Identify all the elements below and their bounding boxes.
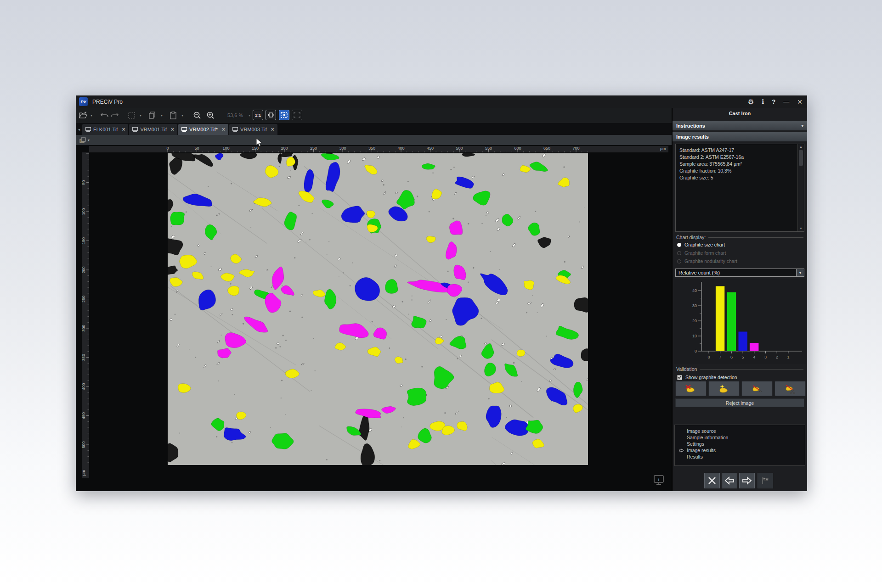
svg-text:250: 250: [310, 146, 317, 151]
radio-icon[interactable]: [677, 243, 681, 247]
radio-graphite-nodularity-chart: Graphite nodularity chart: [677, 258, 737, 264]
current-step-arrow-icon: [679, 448, 684, 453]
open-file-icon[interactable]: [78, 110, 88, 120]
show-graphite-detection-checkbox[interactable]: Show graphite detection: [677, 375, 737, 380]
redo-icon[interactable]: [110, 110, 119, 120]
paste-icon[interactable]: [169, 110, 178, 120]
back-button[interactable]: [722, 473, 737, 488]
tab-close-icon[interactable]: ×: [222, 127, 225, 132]
open-file-chevron-icon[interactable]: ▾: [89, 110, 94, 120]
info-icon[interactable]: i: [762, 98, 764, 105]
workflow-step-label: Sample information: [687, 435, 728, 440]
scroll-up-icon[interactable]: ▲: [798, 144, 804, 150]
zoom-level-chevron-icon[interactable]: ▾: [247, 110, 252, 120]
delete-graphite-button[interactable]: [675, 381, 707, 396]
selection-tool-icon[interactable]: [127, 110, 136, 120]
radio-icon: [677, 251, 681, 255]
results-scrollbar[interactable]: ▲ ▼: [797, 144, 804, 231]
instructions-section-header[interactable]: Instructions ▾: [673, 121, 807, 130]
tab-close-icon[interactable]: ×: [271, 127, 274, 132]
svg-text:500: 500: [456, 146, 463, 151]
result-line: Sample area: 375565,84 µm²: [679, 161, 795, 168]
workflow-step-image-source[interactable]: Image source: [675, 428, 805, 434]
svg-text:40: 40: [692, 288, 697, 293]
layers-icon[interactable]: ▾: [79, 137, 90, 143]
workflow-step-image-results[interactable]: Image results: [675, 447, 805, 454]
copy-chevron-icon[interactable]: ▾: [159, 110, 164, 120]
document-tab-bar: ◂ FLK001.Tif×VRM001.Tif×VRM002.Tif*×VRM0…: [76, 123, 672, 135]
result-line: Standard: ASTM A247-17: [679, 147, 795, 154]
fit-to-screen-button[interactable]: [279, 110, 289, 120]
horizontal-ruler: 0501001502002503003504004505005506006507…: [89, 146, 668, 152]
svg-text:300: 300: [82, 325, 86, 331]
svg-text:150: 150: [82, 237, 86, 244]
workflow-step-results[interactable]: Results: [675, 454, 805, 460]
cut-graphite-button[interactable]: [775, 381, 806, 396]
workflow-step-settings[interactable]: Settings: [675, 441, 805, 447]
svg-text:100: 100: [82, 208, 86, 215]
zoom-in-icon[interactable]: [205, 110, 215, 120]
checkbox-icon[interactable]: [677, 375, 682, 380]
settings-gear-icon[interactable]: ⚙: [748, 98, 754, 106]
svg-text:350: 350: [368, 146, 375, 151]
split-graphite-button[interactable]: [741, 381, 773, 396]
svg-text:20: 20: [692, 319, 697, 323]
svg-text:550: 550: [485, 146, 492, 151]
chart-metric-dropdown[interactable]: Relative count (%) ▾: [675, 269, 804, 277]
minimize-button[interactable]: —: [783, 98, 789, 105]
svg-text:700: 700: [572, 146, 579, 151]
copy-icon[interactable]: [148, 110, 157, 120]
image-results-section-header: Image results: [673, 132, 807, 141]
display-info-icon[interactable]: i: [653, 475, 665, 487]
undo-icon[interactable]: [100, 110, 109, 120]
svg-text:3: 3: [764, 355, 767, 359]
radio-label: Graphite size chart: [684, 242, 725, 247]
tab-vrm001tif[interactable]: VRM001.Tif×: [129, 124, 177, 135]
tab-close-icon[interactable]: ×: [171, 127, 174, 132]
cancel-button[interactable]: [704, 473, 720, 488]
chart-display-label: Chart display:: [676, 235, 803, 240]
workflow-step-label: Results: [687, 454, 703, 459]
fit-width-button[interactable]: [266, 110, 276, 120]
zoom-out-icon[interactable]: [192, 110, 202, 120]
close-button[interactable]: ✕: [797, 98, 803, 106]
svg-text:50: 50: [82, 180, 86, 185]
instructions-collapse-icon[interactable]: ▾: [801, 123, 803, 128]
dropdown-chevron-icon[interactable]: ▾: [796, 269, 804, 276]
scrollbar-thumb[interactable]: [799, 150, 803, 166]
add-graphite-button[interactable]: [708, 381, 740, 396]
app-logo: PV: [79, 97, 88, 106]
svg-text:8: 8: [707, 355, 710, 359]
validation-label: Validation: [676, 366, 803, 372]
tab-scroll-left-icon[interactable]: ◂: [76, 124, 82, 135]
reject-image-button[interactable]: Reject image: [675, 398, 804, 407]
radio-graphite-size-chart[interactable]: Graphite size chart: [677, 242, 725, 247]
finish-flag-button: [758, 473, 773, 488]
help-icon[interactable]: ?: [772, 98, 775, 105]
scroll-down-icon[interactable]: ▼: [798, 226, 804, 231]
image-canvas: 0501001502002503003504004505005506006507…: [76, 145, 672, 491]
tab-vrm003tif[interactable]: VRM003.Tif×: [229, 124, 277, 135]
next-button[interactable]: [739, 473, 755, 488]
svg-text:µm: µm: [82, 470, 86, 476]
workflow-step-sample-information[interactable]: Sample information: [675, 434, 805, 441]
result-line: Graphite size: 5: [679, 174, 795, 181]
tab-flk001tif[interactable]: FLK001.Tif×: [82, 124, 128, 135]
expand-view-button[interactable]: [292, 110, 302, 120]
workflow-steps-box: Image sourceSample informationSettingsIm…: [674, 425, 805, 466]
svg-text:0: 0: [166, 146, 169, 151]
actual-size-button[interactable]: 1:1: [253, 110, 263, 120]
paste-chevron-icon[interactable]: ▾: [180, 110, 185, 120]
svg-text:400: 400: [82, 383, 86, 390]
svg-text:6: 6: [730, 355, 733, 359]
tab-label: VRM001.Tif: [140, 127, 167, 132]
svg-text:2: 2: [776, 355, 778, 359]
micrograph-image[interactable]: [168, 153, 588, 465]
tab-vrm002tif[interactable]: VRM002.Tif*×: [178, 124, 228, 135]
selection-chevron-icon[interactable]: ▾: [138, 110, 143, 120]
svg-text:250: 250: [82, 296, 86, 302]
mouse-cursor: [256, 138, 262, 149]
tab-close-icon[interactable]: ×: [122, 127, 125, 132]
desktop-background: PV PRECiV Pro ⚙ i ? — ✕ ▾: [0, 0, 882, 588]
zoom-level-value[interactable]: 53,6 %: [227, 110, 243, 120]
